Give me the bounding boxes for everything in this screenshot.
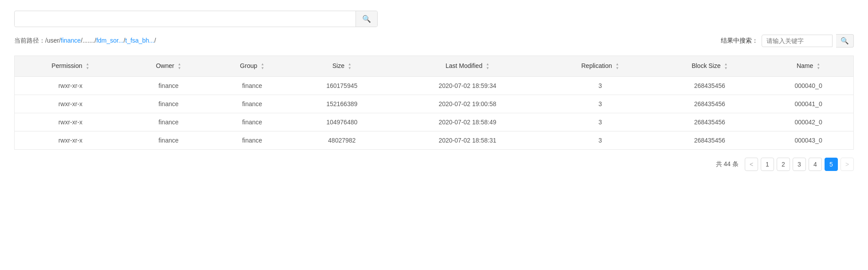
cell-group: finance xyxy=(211,113,293,131)
sort-arrows-last-modified: ▲▼ xyxy=(486,63,489,70)
pagination-page-1[interactable]: 1 xyxy=(761,158,774,171)
main-container: /user/finance/hive/warehouse/fdm_sor.db/… xyxy=(0,0,868,182)
cell-owner: finance xyxy=(126,76,211,95)
breadcrumb-link1[interactable]: finance xyxy=(61,37,81,44)
sort-arrows-replication: ▲▼ xyxy=(615,63,619,70)
col-name[interactable]: Name ▲▼ xyxy=(763,56,853,77)
sort-arrows-permission: ▲▼ xyxy=(86,63,89,70)
result-search-button[interactable]: 🔍 xyxy=(836,34,854,48)
cell-owner: finance xyxy=(126,113,211,131)
breadcrumb-suffix: / xyxy=(154,37,156,44)
col-size[interactable]: Size ▲▼ xyxy=(293,56,391,77)
cell-lastModified: 2020-07-02 18:59:34 xyxy=(391,76,545,95)
cell-name: 000041_0 xyxy=(763,95,853,113)
cell-replication: 3 xyxy=(544,113,656,131)
col-owner[interactable]: Owner ▲▼ xyxy=(126,56,211,77)
cell-group: finance xyxy=(211,76,293,95)
cell-replication: 3 xyxy=(544,131,656,149)
search-icon: 🔍 xyxy=(362,15,371,23)
result-search-area: 结果中搜索： 🔍 xyxy=(721,34,854,48)
cell-permission: rwxr-xr-x xyxy=(15,131,126,149)
pagination-page-4[interactable]: 4 xyxy=(809,158,822,171)
path-search-input[interactable]: /user/finance/hive/warehouse/fdm_sor.db/… xyxy=(15,12,356,26)
cell-size: 48027982 xyxy=(293,131,391,149)
cell-blockSize: 268435456 xyxy=(656,95,763,113)
pagination-prev-button[interactable]: < xyxy=(745,158,758,171)
pagination-page-2[interactable]: 2 xyxy=(777,158,790,171)
search-icon-small: 🔍 xyxy=(841,37,849,44)
cell-name: 000043_0 xyxy=(763,131,853,149)
cell-group: finance xyxy=(211,131,293,149)
col-group[interactable]: Group ▲▼ xyxy=(211,56,293,77)
cell-blockSize: 268435456 xyxy=(656,131,763,149)
pagination-page-5[interactable]: 5 xyxy=(825,158,838,171)
table-row: rwxr-xr-xfinancefinance1601759452020-07-… xyxy=(15,76,854,95)
table-row: rwxr-xr-xfinancefinance1521663892020-07-… xyxy=(15,95,854,113)
cell-permission: rwxr-xr-x xyxy=(15,76,126,95)
cell-lastModified: 2020-07-02 19:00:58 xyxy=(391,95,545,113)
sort-arrows-owner: ▲▼ xyxy=(178,63,181,70)
cell-name: 000040_0 xyxy=(763,76,853,95)
pagination-total: 共 44 条 xyxy=(716,160,739,168)
breadcrumb-link2[interactable]: fdm_sor... xyxy=(96,37,123,44)
pagination-next-button[interactable]: > xyxy=(841,158,854,171)
breadcrumb-row: 当前路径：/user/finance/......./fdm_sor.../t_… xyxy=(14,34,854,48)
col-replication[interactable]: Replication ▲▼ xyxy=(544,56,656,77)
cell-replication: 3 xyxy=(544,76,656,95)
breadcrumb-separator1: /......./ xyxy=(81,37,96,44)
sort-arrows-block-size: ▲▼ xyxy=(724,63,727,70)
breadcrumb-prefix: 当前路径：/user/ xyxy=(14,37,61,44)
table-row: rwxr-xr-xfinancefinance480279822020-07-0… xyxy=(15,131,854,149)
cell-size: 152166389 xyxy=(293,95,391,113)
cell-owner: finance xyxy=(126,95,211,113)
file-table: Permission ▲▼ Owner ▲▼ Group ▲▼ xyxy=(14,56,854,150)
col-block-size[interactable]: Block Size ▲▼ xyxy=(656,56,763,77)
path-search-bar[interactable]: /user/finance/hive/warehouse/fdm_sor.db/… xyxy=(14,11,378,27)
cell-lastModified: 2020-07-02 18:58:31 xyxy=(391,131,545,149)
pagination-page-3[interactable]: 3 xyxy=(793,158,806,171)
cell-size: 160175945 xyxy=(293,76,391,95)
col-last-modified[interactable]: Last Modified ▲▼ xyxy=(391,56,545,77)
breadcrumb-link3[interactable]: t_fsa_bh... xyxy=(125,37,154,44)
cell-group: finance xyxy=(211,95,293,113)
cell-replication: 3 xyxy=(544,95,656,113)
cell-permission: rwxr-xr-x xyxy=(15,95,126,113)
result-search-input[interactable] xyxy=(762,35,833,47)
col-permission[interactable]: Permission ▲▼ xyxy=(15,56,126,77)
cell-blockSize: 268435456 xyxy=(656,113,763,131)
sort-arrows-name: ▲▼ xyxy=(817,63,820,70)
cell-lastModified: 2020-07-02 18:58:49 xyxy=(391,113,545,131)
cell-size: 104976480 xyxy=(293,113,391,131)
cell-blockSize: 268435456 xyxy=(656,76,763,95)
result-search-label: 结果中搜索： xyxy=(721,37,758,45)
pagination: 共 44 条 < 1 2 3 4 5 > xyxy=(14,158,854,171)
table-row: rwxr-xr-xfinancefinance1049764802020-07-… xyxy=(15,113,854,131)
path-search-button[interactable]: 🔍 xyxy=(356,11,377,27)
cell-permission: rwxr-xr-x xyxy=(15,113,126,131)
sort-arrows-group: ▲▼ xyxy=(261,63,264,70)
sort-arrows-size: ▲▼ xyxy=(348,63,352,70)
breadcrumb: 当前路径：/user/finance/......./fdm_sor.../t_… xyxy=(14,37,156,45)
cell-owner: finance xyxy=(126,131,211,149)
cell-name: 000042_0 xyxy=(763,113,853,131)
table-header-row: Permission ▲▼ Owner ▲▼ Group ▲▼ xyxy=(15,56,854,77)
